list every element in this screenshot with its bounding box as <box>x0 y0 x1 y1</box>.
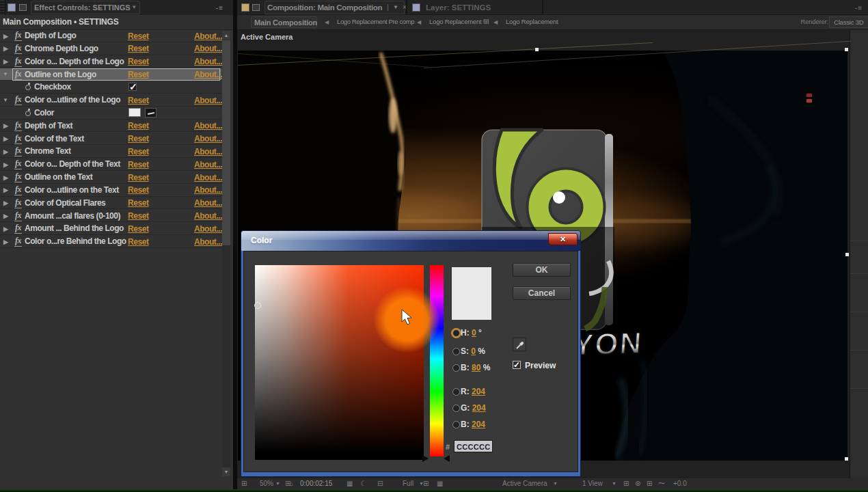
svg-text:YON: YON <box>572 325 644 361</box>
